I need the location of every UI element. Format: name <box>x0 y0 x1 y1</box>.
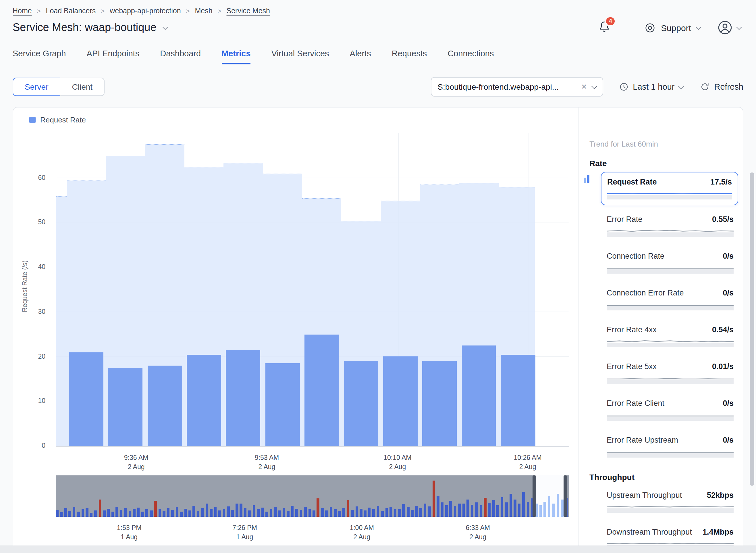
notifications-button[interactable]: 4 <box>599 20 610 35</box>
brush-bar <box>128 511 131 517</box>
tab-api-endpoints[interactable]: API Endpoints <box>86 49 139 64</box>
user-menu[interactable] <box>718 20 741 35</box>
brush-bar <box>462 503 465 517</box>
metric-row[interactable]: Error Rate0.55/s <box>606 215 734 237</box>
brush-bar <box>265 511 268 517</box>
brush-bar <box>107 509 110 517</box>
request-rate-bar[interactable] <box>344 361 378 446</box>
breadcrumb-item[interactable]: webapp-api-protection <box>110 7 181 15</box>
metric-row[interactable]: Connection Error Rate0/s <box>606 289 734 310</box>
metric-row-head: Error Rate Upstream0/s <box>606 436 734 444</box>
refresh-button[interactable]: Refresh <box>700 82 743 91</box>
tab-requests[interactable]: Requests <box>392 49 427 64</box>
brush-bar <box>210 509 212 517</box>
request-rate-bar[interactable] <box>187 354 221 446</box>
tab-connections[interactable]: Connections <box>448 49 494 64</box>
service-filter-value: S:boutique-frontend.webapp-api... <box>438 82 576 91</box>
request-rate-bar[interactable] <box>226 350 261 446</box>
metric-row[interactable]: Error Rate Upstream0/s <box>606 436 734 458</box>
vertical-scrollbar-thumb[interactable] <box>750 172 754 486</box>
trend-panel: Trend for Last 60min RateRequest Rate17.… <box>578 107 743 552</box>
metrics-card: Request Rate Request Rate (/s) 010203040… <box>13 107 743 553</box>
breadcrumb-item[interactable]: Home <box>13 7 32 15</box>
brush-bar <box>116 507 118 517</box>
brush-bar <box>60 512 63 517</box>
request-rate-bar[interactable] <box>304 334 339 446</box>
brush-bar <box>287 511 290 517</box>
service-filter-select[interactable]: S:boutique-frontend.webapp-api... ✕ <box>431 77 603 96</box>
breadcrumb-item[interactable]: Load Balancers <box>46 7 96 15</box>
brush-bar <box>381 511 383 517</box>
brush-bar <box>424 503 426 517</box>
request-rate-bar[interactable] <box>265 363 300 446</box>
brush-bar <box>81 509 84 517</box>
brush-handle[interactable] <box>564 475 567 517</box>
y-axis-tick: 60 <box>38 174 45 181</box>
metric-sparkline <box>606 301 734 310</box>
metric-row[interactable]: Connection Rate0/s <box>606 252 734 273</box>
brush-bar <box>56 510 58 517</box>
request-rate-bar[interactable] <box>147 366 182 446</box>
brush-bar <box>415 506 418 517</box>
legend-label: Request Rate <box>40 115 86 124</box>
brush-bar <box>522 492 525 517</box>
brush-bar <box>73 507 76 517</box>
brush-bar <box>334 509 337 517</box>
request-rate-bar[interactable] <box>462 345 496 446</box>
metric-label: Downstream Throughput <box>606 528 692 536</box>
tab-metrics[interactable]: Metrics <box>221 49 251 64</box>
chevron-down-icon <box>591 83 597 89</box>
support-menu[interactable]: Support <box>645 22 700 33</box>
chevron-down-icon[interactable] <box>163 24 168 29</box>
client-toggle[interactable]: Client <box>60 78 105 96</box>
request-rate-bar[interactable] <box>501 354 536 446</box>
y-axis-tick: 10 <box>38 397 45 404</box>
brush-bar <box>471 505 473 517</box>
brush-handle[interactable] <box>533 475 536 517</box>
metric-row[interactable]: Error Rate 5xx0.01/s <box>606 362 734 384</box>
timeline-brush[interactable] <box>56 475 569 517</box>
brush-bar <box>159 509 161 517</box>
request-rate-bar[interactable] <box>108 368 143 446</box>
tab-dashboard[interactable]: Dashboard <box>160 49 201 64</box>
brush-bar <box>197 511 200 517</box>
chart-legend[interactable]: Request Rate <box>29 115 578 124</box>
metric-row-head: Error Rate 4xx0.54/s <box>606 325 734 334</box>
brush-bar <box>270 509 272 517</box>
chevron-down-icon <box>695 24 701 29</box>
brush-bar <box>150 510 153 517</box>
brush-bar <box>484 498 486 517</box>
brush-bar <box>312 511 315 517</box>
brush-bar <box>343 508 345 517</box>
horizontal-scrollbar-track[interactable] <box>0 546 756 553</box>
metric-value: 0.54/s <box>712 325 734 334</box>
brush-bar <box>441 502 444 517</box>
metric-row[interactable]: Error Rate Client0/s <box>606 399 734 421</box>
time-range-select[interactable]: Last 1 hour <box>619 82 683 91</box>
metric-row[interactable]: Upstream Throughput52kbps <box>606 491 734 513</box>
breadcrumb: Home>Load Balancers>webapp-api-protectio… <box>13 7 743 15</box>
request-rate-bar[interactable] <box>422 361 457 446</box>
brush-bar <box>513 499 516 517</box>
brush-bar <box>146 509 148 517</box>
tab-virtual-services[interactable]: Virtual Services <box>271 49 329 64</box>
area-step <box>56 196 67 446</box>
metric-row[interactable]: Error Rate 4xx0.54/s <box>606 325 734 347</box>
brush-bar <box>377 506 379 517</box>
tab-alerts[interactable]: Alerts <box>350 49 371 64</box>
metric-row[interactable]: Request Rate17.5/s <box>601 172 738 205</box>
tab-service-graph[interactable]: Service Graph <box>13 49 66 64</box>
brush-bar <box>244 508 247 517</box>
metric-label: Error Rate 5xx <box>606 362 657 371</box>
refresh-icon <box>700 82 710 91</box>
brush-bar <box>321 508 324 517</box>
request-rate-bar[interactable] <box>383 357 417 446</box>
brush-bar <box>355 506 358 517</box>
breadcrumb-item[interactable]: Mesh <box>195 7 212 15</box>
breadcrumb-item[interactable]: Service Mesh <box>226 7 270 15</box>
request-rate-bar[interactable] <box>69 352 103 446</box>
metric-label: Error Rate Client <box>606 399 664 408</box>
brush-bar <box>291 506 294 517</box>
server-toggle[interactable]: Server <box>13 78 60 96</box>
clear-filter-icon[interactable]: ✕ <box>581 83 587 91</box>
